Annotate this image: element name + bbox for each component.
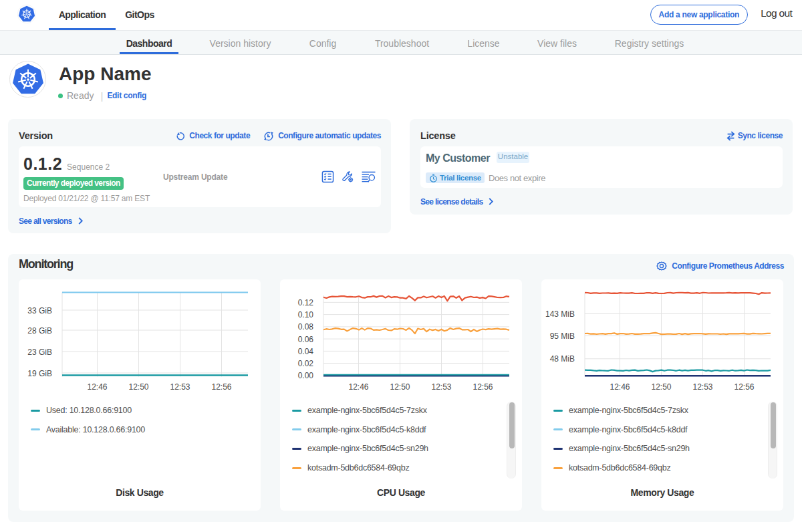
svg-text:12:56: 12:56	[211, 382, 231, 392]
svg-text:0.00: 0.00	[298, 371, 314, 380]
svg-text:12:53: 12:53	[692, 382, 712, 392]
svg-text:28 GiB: 28 GiB	[27, 326, 52, 336]
svg-text:0.04: 0.04	[298, 347, 314, 356]
svg-text:12:46: 12:46	[348, 382, 368, 392]
svg-text:0.12: 0.12	[298, 298, 314, 307]
svg-text:12:56: 12:56	[734, 382, 754, 392]
svg-text:0.10: 0.10	[298, 310, 314, 319]
svg-text:0.06: 0.06	[298, 335, 314, 344]
svg-text:19 GiB: 19 GiB	[27, 369, 52, 378]
svg-text:12:46: 12:46	[610, 382, 630, 392]
svg-text:12:56: 12:56	[473, 382, 493, 392]
svg-text:12:53: 12:53	[431, 382, 451, 392]
svg-text:95 MiB: 95 MiB	[550, 331, 575, 341]
svg-text:12:53: 12:53	[170, 382, 190, 392]
svg-text:0.08: 0.08	[298, 322, 314, 331]
svg-text:12:50: 12:50	[390, 382, 410, 392]
svg-text:12:46: 12:46	[87, 382, 107, 392]
svg-text:12:50: 12:50	[128, 382, 148, 392]
svg-text:48 MiB: 48 MiB	[550, 354, 575, 364]
svg-text:33 GiB: 33 GiB	[27, 306, 52, 315]
svg-text:23 GiB: 23 GiB	[27, 348, 52, 357]
svg-text:0.02: 0.02	[298, 359, 314, 368]
svg-text:12:50: 12:50	[651, 382, 671, 392]
svg-text:143 MiB: 143 MiB	[545, 309, 575, 319]
